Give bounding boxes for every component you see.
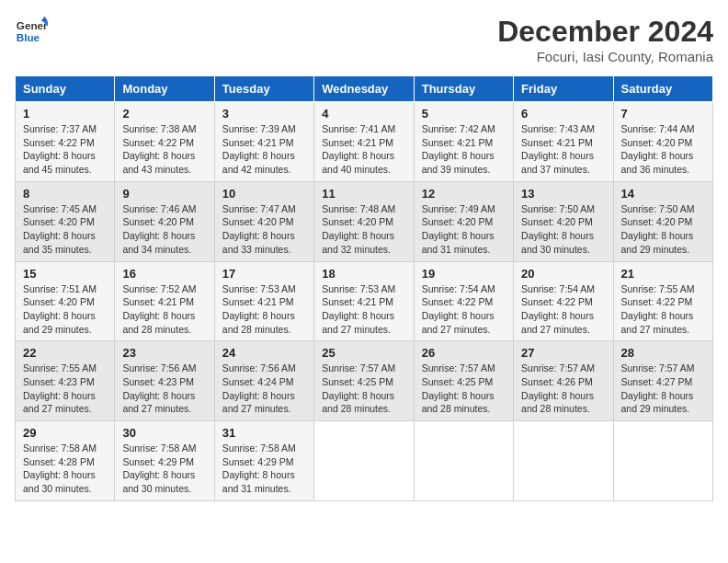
table-row: 23 Sunrise: 7:56 AMSunset: 4:23 PMDaylig… bbox=[115, 341, 214, 421]
table-row: 27 Sunrise: 7:57 AMSunset: 4:26 PMDaylig… bbox=[514, 341, 613, 421]
day-number: 22 bbox=[23, 346, 107, 360]
day-info: Sunrise: 7:58 AMSunset: 4:29 PMDaylight:… bbox=[222, 442, 306, 496]
day-header-saturday: Saturday bbox=[613, 76, 712, 102]
table-row: 1 Sunrise: 7:37 AMSunset: 4:22 PMDayligh… bbox=[16, 102, 115, 182]
day-number: 6 bbox=[521, 107, 605, 121]
day-header-tuesday: Tuesday bbox=[214, 76, 313, 102]
calendar-week-2: 8 Sunrise: 7:45 AMSunset: 4:20 PMDayligh… bbox=[16, 181, 713, 261]
day-number: 20 bbox=[521, 267, 605, 281]
table-row: 8 Sunrise: 7:45 AMSunset: 4:20 PMDayligh… bbox=[16, 181, 115, 261]
day-number: 18 bbox=[322, 267, 405, 281]
day-header-thursday: Thursday bbox=[414, 76, 513, 102]
day-number: 11 bbox=[322, 187, 405, 201]
day-header-friday: Friday bbox=[514, 76, 613, 102]
table-row bbox=[613, 421, 712, 501]
day-info: Sunrise: 7:57 AMSunset: 4:27 PMDaylight:… bbox=[621, 362, 705, 416]
logo: General Blue bbox=[15, 15, 48, 48]
day-number: 16 bbox=[122, 267, 206, 281]
day-info: Sunrise: 7:37 AMSunset: 4:22 PMDaylight:… bbox=[23, 122, 107, 177]
day-number: 21 bbox=[621, 267, 705, 281]
day-number: 5 bbox=[422, 107, 506, 121]
day-info: Sunrise: 7:42 AMSunset: 4:21 PMDaylight:… bbox=[422, 122, 506, 177]
logo-icon: General Blue bbox=[15, 15, 48, 48]
table-row: 11 Sunrise: 7:48 AMSunset: 4:20 PMDaylig… bbox=[314, 181, 414, 261]
day-info: Sunrise: 7:54 AMSunset: 4:22 PMDaylight:… bbox=[521, 282, 605, 337]
location-title: Focuri, Iasi County, Romania bbox=[497, 49, 713, 64]
page-header: General Blue December 2024 Focuri, Iasi … bbox=[15, 15, 713, 64]
day-number: 2 bbox=[122, 107, 206, 121]
day-number: 17 bbox=[222, 267, 306, 281]
table-row: 7 Sunrise: 7:44 AMSunset: 4:20 PMDayligh… bbox=[613, 102, 712, 182]
day-number: 27 bbox=[521, 346, 605, 360]
table-row: 10 Sunrise: 7:47 AMSunset: 4:20 PMDaylig… bbox=[214, 181, 313, 261]
day-info: Sunrise: 7:39 AMSunset: 4:21 PMDaylight:… bbox=[222, 122, 306, 177]
day-header-wednesday: Wednesday bbox=[314, 76, 414, 102]
table-row: 17 Sunrise: 7:53 AMSunset: 4:21 PMDaylig… bbox=[214, 261, 313, 341]
day-info: Sunrise: 7:51 AMSunset: 4:20 PMDaylight:… bbox=[23, 282, 107, 337]
day-info: Sunrise: 7:41 AMSunset: 4:21 PMDaylight:… bbox=[322, 122, 405, 177]
day-info: Sunrise: 7:55 AMSunset: 4:22 PMDaylight:… bbox=[621, 282, 705, 337]
day-number: 12 bbox=[422, 187, 506, 201]
day-number: 14 bbox=[621, 187, 705, 201]
table-row: 26 Sunrise: 7:57 AMSunset: 4:25 PMDaylig… bbox=[414, 341, 513, 421]
day-info: Sunrise: 7:56 AMSunset: 4:23 PMDaylight:… bbox=[122, 362, 206, 416]
day-number: 26 bbox=[422, 346, 506, 360]
day-number: 29 bbox=[23, 426, 107, 440]
day-info: Sunrise: 7:53 AMSunset: 4:21 PMDaylight:… bbox=[222, 282, 306, 337]
calendar-header-row: SundayMondayTuesdayWednesdayThursdayFrid… bbox=[16, 76, 713, 102]
day-info: Sunrise: 7:57 AMSunset: 4:25 PMDaylight:… bbox=[422, 362, 506, 416]
table-row: 6 Sunrise: 7:43 AMSunset: 4:21 PMDayligh… bbox=[514, 102, 613, 182]
day-number: 10 bbox=[222, 187, 306, 201]
day-info: Sunrise: 7:38 AMSunset: 4:22 PMDaylight:… bbox=[122, 122, 206, 177]
day-number: 31 bbox=[222, 426, 306, 440]
table-row: 18 Sunrise: 7:53 AMSunset: 4:21 PMDaylig… bbox=[314, 261, 414, 341]
table-row: 20 Sunrise: 7:54 AMSunset: 4:22 PMDaylig… bbox=[514, 261, 613, 341]
calendar-week-5: 29 Sunrise: 7:58 AMSunset: 4:28 PMDaylig… bbox=[16, 421, 713, 501]
day-info: Sunrise: 7:55 AMSunset: 4:23 PMDaylight:… bbox=[23, 362, 107, 416]
day-number: 23 bbox=[122, 346, 206, 360]
day-number: 15 bbox=[23, 267, 107, 281]
day-number: 3 bbox=[222, 107, 306, 121]
day-number: 13 bbox=[521, 187, 605, 201]
table-row: 31 Sunrise: 7:58 AMSunset: 4:29 PMDaylig… bbox=[214, 421, 313, 501]
table-row: 29 Sunrise: 7:58 AMSunset: 4:28 PMDaylig… bbox=[16, 421, 115, 501]
month-title: December 2024 bbox=[497, 15, 713, 49]
day-number: 7 bbox=[621, 107, 705, 121]
table-row: 21 Sunrise: 7:55 AMSunset: 4:22 PMDaylig… bbox=[613, 261, 712, 341]
table-row: 22 Sunrise: 7:55 AMSunset: 4:23 PMDaylig… bbox=[16, 341, 115, 421]
day-info: Sunrise: 7:47 AMSunset: 4:20 PMDaylight:… bbox=[222, 202, 306, 257]
day-number: 4 bbox=[322, 107, 405, 121]
table-row: 9 Sunrise: 7:46 AMSunset: 4:20 PMDayligh… bbox=[115, 181, 214, 261]
day-info: Sunrise: 7:57 AMSunset: 4:25 PMDaylight:… bbox=[322, 362, 405, 416]
table-row: 30 Sunrise: 7:58 AMSunset: 4:29 PMDaylig… bbox=[115, 421, 214, 501]
calendar-table: SundayMondayTuesdayWednesdayThursdayFrid… bbox=[15, 75, 713, 501]
title-block: December 2024 Focuri, Iasi County, Roman… bbox=[497, 15, 713, 64]
day-header-monday: Monday bbox=[115, 76, 214, 102]
day-info: Sunrise: 7:58 AMSunset: 4:29 PMDaylight:… bbox=[122, 442, 206, 496]
day-info: Sunrise: 7:48 AMSunset: 4:20 PMDaylight:… bbox=[322, 202, 405, 257]
calendar-week-3: 15 Sunrise: 7:51 AMSunset: 4:20 PMDaylig… bbox=[16, 261, 713, 341]
calendar-week-1: 1 Sunrise: 7:37 AMSunset: 4:22 PMDayligh… bbox=[16, 102, 713, 182]
day-header-sunday: Sunday bbox=[16, 76, 115, 102]
day-info: Sunrise: 7:54 AMSunset: 4:22 PMDaylight:… bbox=[422, 282, 506, 337]
day-info: Sunrise: 7:45 AMSunset: 4:20 PMDaylight:… bbox=[23, 202, 107, 257]
day-info: Sunrise: 7:46 AMSunset: 4:20 PMDaylight:… bbox=[122, 202, 206, 257]
day-info: Sunrise: 7:52 AMSunset: 4:21 PMDaylight:… bbox=[122, 282, 206, 337]
table-row: 16 Sunrise: 7:52 AMSunset: 4:21 PMDaylig… bbox=[115, 261, 214, 341]
day-number: 28 bbox=[621, 346, 705, 360]
day-number: 25 bbox=[322, 346, 405, 360]
day-info: Sunrise: 7:44 AMSunset: 4:20 PMDaylight:… bbox=[621, 122, 705, 177]
table-row: 25 Sunrise: 7:57 AMSunset: 4:25 PMDaylig… bbox=[314, 341, 414, 421]
table-row: 3 Sunrise: 7:39 AMSunset: 4:21 PMDayligh… bbox=[214, 102, 313, 182]
table-row bbox=[314, 421, 414, 501]
table-row: 13 Sunrise: 7:50 AMSunset: 4:20 PMDaylig… bbox=[514, 181, 613, 261]
day-number: 30 bbox=[122, 426, 206, 440]
table-row: 12 Sunrise: 7:49 AMSunset: 4:20 PMDaylig… bbox=[414, 181, 513, 261]
table-row: 24 Sunrise: 7:56 AMSunset: 4:24 PMDaylig… bbox=[214, 341, 313, 421]
day-info: Sunrise: 7:56 AMSunset: 4:24 PMDaylight:… bbox=[222, 362, 306, 416]
table-row: 28 Sunrise: 7:57 AMSunset: 4:27 PMDaylig… bbox=[613, 341, 712, 421]
table-row bbox=[414, 421, 513, 501]
day-number: 1 bbox=[23, 107, 107, 121]
day-info: Sunrise: 7:57 AMSunset: 4:26 PMDaylight:… bbox=[521, 362, 605, 416]
day-number: 24 bbox=[222, 346, 306, 360]
